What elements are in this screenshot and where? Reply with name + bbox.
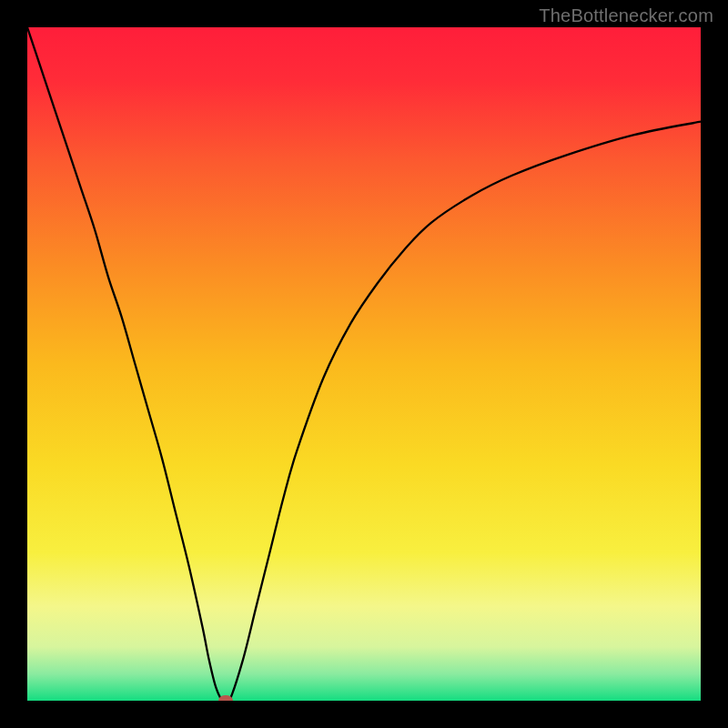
chart-frame: TheBottlenecker.com [0,0,728,728]
bottleneck-curve [27,27,701,701]
plot-area [27,27,701,701]
minimum-marker [218,695,233,701]
watermark-text: TheBottlenecker.com [539,5,713,26]
curve-layer [27,27,701,701]
